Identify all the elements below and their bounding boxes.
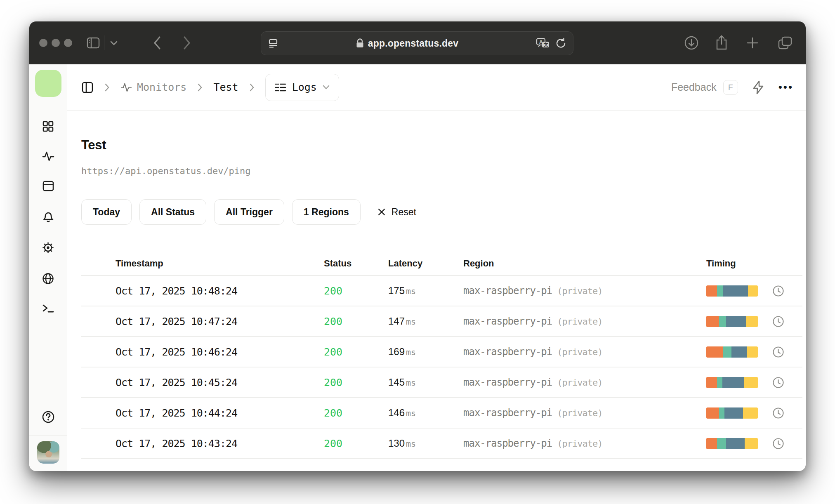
log-latency-unit: ms: [406, 347, 416, 357]
close-window-button[interactable]: [39, 39, 47, 47]
tab-overview-icon[interactable]: [778, 36, 793, 50]
breadcrumb-chevron-icon: [104, 83, 110, 92]
clock-icon[interactable]: [772, 377, 802, 389]
table-header-row: Timestamp Status Latency Region Timing: [81, 252, 802, 275]
log-latency-unit: ms: [406, 317, 416, 327]
traffic-lights[interactable]: [39, 39, 72, 47]
timing-segment: [747, 346, 758, 358]
log-row[interactable]: Oct 17, 2025 10:44:24 200 146ms max-rasp…: [81, 398, 802, 428]
log-row[interactable]: Oct 17, 2025 10:43:24 200 130ms max-rasp…: [81, 429, 802, 458]
feedback-button[interactable]: Feedback F: [671, 80, 738, 95]
monitor-endpoint-url: https://api.openstatus.dev/ping: [81, 166, 802, 176]
log-row[interactable]: Oct 17, 2025 10:47:24 200 147ms max-rasp…: [81, 306, 802, 336]
clock-icon[interactable]: [772, 407, 802, 419]
address-bar[interactable]: app.openstatus.dev A 文: [261, 31, 573, 55]
log-timestamp: Oct 17, 2025 10:44:24: [116, 407, 324, 419]
zap-icon[interactable]: [752, 80, 764, 94]
timing-segment: [723, 285, 748, 297]
user-avatar[interactable]: [37, 441, 59, 464]
dashboard-grid-icon[interactable]: [42, 121, 54, 132]
breadcrumb-chevron-icon: [249, 83, 255, 92]
notifications-bell-icon[interactable]: [42, 210, 54, 223]
timing-bar: [706, 407, 758, 419]
log-region: max-raspberry-pi: [463, 316, 552, 327]
domains-globe-icon[interactable]: [42, 273, 54, 285]
settings-gear-icon[interactable]: [42, 242, 54, 254]
timing-segment: [743, 407, 758, 419]
chevron-down-icon[interactable]: [110, 40, 118, 45]
downloads-icon[interactable]: [684, 35, 699, 50]
reset-filters-button[interactable]: Reset: [377, 207, 416, 218]
log-region-visibility: (private): [557, 438, 602, 449]
timing-bar: [706, 285, 758, 297]
forward-icon[interactable]: [183, 36, 191, 50]
timing-segment: [719, 407, 724, 419]
help-icon[interactable]: [42, 410, 55, 424]
timing-segment: [706, 316, 719, 327]
view-selector-logs[interactable]: Logs: [265, 74, 339, 101]
log-row[interactable]: Oct 17, 2025 10:48:24 200 175ms max-rasp…: [81, 276, 802, 306]
breadcrumb-monitor-name[interactable]: Test: [213, 81, 238, 93]
filter-regions-button[interactable]: 1 Regions: [292, 199, 361, 225]
toolbar-separator: [104, 35, 104, 50]
log-latency-value: 175: [388, 285, 405, 297]
col-timestamp: Timestamp: [116, 258, 324, 269]
more-menu-icon[interactable]: •••: [778, 81, 793, 94]
timing-segment: [726, 438, 745, 449]
col-region: Region: [463, 258, 706, 269]
zoom-window-button[interactable]: [64, 39, 72, 47]
translate-icon[interactable]: A 文: [536, 38, 550, 49]
log-latency-value: 145: [388, 377, 405, 388]
log-status-code: 200: [324, 438, 388, 450]
sidebar-toggle-icon[interactable]: [87, 37, 100, 49]
filter-bar: Today All Status All Trigger 1 Regions R…: [81, 199, 802, 225]
log-region: max-raspberry-pi: [463, 438, 552, 449]
share-icon[interactable]: [715, 35, 728, 51]
monitors-activity-icon[interactable]: [42, 151, 54, 162]
breadcrumb-monitors[interactable]: Monitors: [120, 81, 186, 93]
reader-icon[interactable]: [268, 38, 278, 49]
clock-icon[interactable]: [772, 285, 802, 297]
clock-icon[interactable]: [772, 316, 802, 327]
log-latency-value: 169: [388, 346, 405, 358]
log-row[interactable]: Oct 17, 2025 10:46:24 200 169ms max-rasp…: [81, 337, 802, 367]
timing-segment: [746, 316, 758, 327]
url-text[interactable]: app.openstatus.dev: [368, 38, 459, 49]
breadcrumb-monitors-label[interactable]: Monitors: [137, 81, 186, 93]
feedback-label: Feedback: [671, 81, 717, 93]
timing-segment: [717, 285, 723, 297]
log-latency-unit: ms: [406, 286, 416, 296]
panel-toggle-icon[interactable]: [81, 81, 94, 94]
log-region-visibility: (private): [557, 316, 602, 327]
timing-segment: [744, 377, 758, 388]
clock-icon[interactable]: [772, 438, 802, 450]
timing-segment: [717, 377, 722, 388]
new-tab-icon[interactable]: [746, 36, 759, 49]
minimize-window-button[interactable]: [52, 39, 60, 47]
log-timestamp: Oct 17, 2025 10:45:24: [116, 377, 324, 389]
log-timestamp: Oct 17, 2025 10:47:24: [116, 316, 324, 327]
col-latency: Latency: [388, 258, 463, 269]
log-status-code: 200: [324, 407, 388, 419]
clock-icon[interactable]: [772, 346, 802, 358]
browser-window: app.openstatus.dev A 文: [29, 21, 806, 471]
filter-trigger-button[interactable]: All Trigger: [214, 199, 284, 225]
log-latency-value: 146: [388, 407, 405, 419]
cli-terminal-icon[interactable]: [42, 304, 54, 313]
log-latency-unit: ms: [406, 408, 416, 418]
filter-status-button[interactable]: All Status: [139, 199, 206, 225]
sidebar-divider: [29, 435, 67, 436]
back-icon[interactable]: [153, 36, 161, 50]
timing-segment: [719, 316, 726, 327]
filter-date-button[interactable]: Today: [81, 199, 132, 225]
log-timestamp: Oct 17, 2025 10:48:24: [116, 285, 324, 297]
log-row[interactable]: Oct 17, 2025 10:45:24 200 145ms max-rasp…: [81, 367, 802, 397]
reload-icon[interactable]: [556, 38, 566, 49]
timing-segment: [706, 407, 719, 419]
workspace-logo[interactable]: [35, 70, 61, 97]
log-latency-unit: ms: [406, 439, 416, 449]
log-status-code: 200: [324, 316, 388, 327]
page-title: Test: [81, 138, 802, 153]
log-region: max-raspberry-pi: [463, 346, 552, 358]
status-page-window-icon[interactable]: [42, 181, 54, 191]
